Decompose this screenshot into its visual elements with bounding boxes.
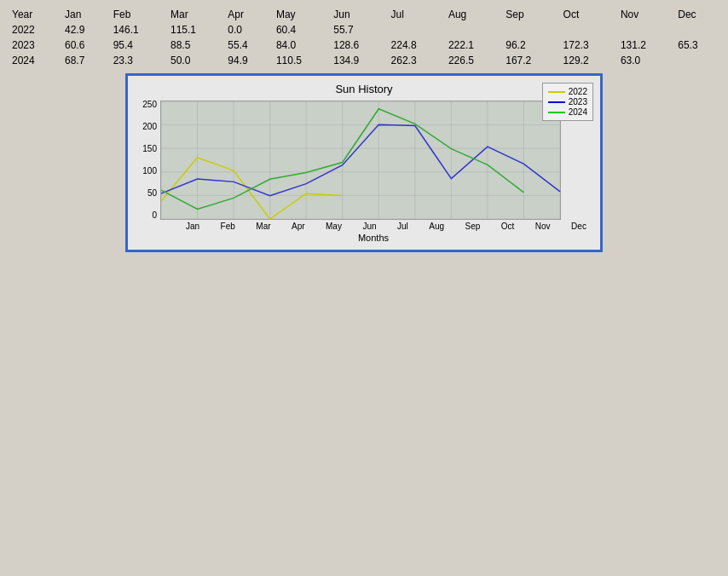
x-axis-label: Aug bbox=[429, 222, 444, 231]
cell-year: 2022 bbox=[7, 22, 60, 37]
cell-value: 224.8 bbox=[386, 37, 443, 53]
x-axis-label: Oct bbox=[501, 222, 515, 231]
cell-value bbox=[386, 22, 443, 37]
cell-year: 2023 bbox=[7, 37, 60, 53]
table-row: 202242.9146.1115.10.060.455.7 bbox=[7, 22, 721, 37]
y-axis-label: 0 bbox=[152, 211, 157, 220]
col-oct: Oct bbox=[558, 7, 615, 22]
x-axis-label: Jul bbox=[397, 222, 408, 231]
cell-value: 0.0 bbox=[222, 22, 271, 37]
x-months-label: Months bbox=[160, 233, 586, 243]
cell-value: 95.4 bbox=[108, 37, 165, 53]
cell-value: 131.2 bbox=[615, 37, 673, 53]
col-year: Year bbox=[7, 7, 60, 22]
x-axis-label: Jun bbox=[362, 222, 376, 231]
col-jan: Jan bbox=[60, 7, 108, 22]
cell-value: 134.9 bbox=[328, 53, 385, 68]
legend-item: 2022 bbox=[548, 87, 587, 96]
chart-title: Sun History bbox=[135, 83, 593, 95]
legend-label: 2023 bbox=[569, 97, 587, 107]
cell-value: 115.1 bbox=[165, 22, 222, 37]
y-axis-label: 150 bbox=[142, 145, 157, 153]
table-row: 202360.695.488.555.484.0128.6224.8222.19… bbox=[7, 37, 721, 53]
cell-value: 60.6 bbox=[60, 37, 108, 53]
cell-value: 128.6 bbox=[328, 37, 385, 53]
chart-container: Sun History 250200150100500 JanFebMarApr… bbox=[125, 73, 603, 252]
cell-value: 65.3 bbox=[673, 37, 721, 53]
table-header-row: Year Jan Feb Mar Apr May Jun Jul Aug Sep… bbox=[7, 7, 721, 22]
x-axis-label: Apr bbox=[292, 222, 305, 231]
col-feb: Feb bbox=[108, 7, 165, 22]
x-axis-label: Dec bbox=[571, 222, 586, 231]
legend-color bbox=[548, 112, 565, 113]
cell-value: 222.1 bbox=[443, 37, 500, 53]
cell-value bbox=[615, 22, 673, 37]
legend-color bbox=[548, 101, 565, 103]
y-axis-label: 200 bbox=[142, 123, 157, 131]
x-axis-label: May bbox=[326, 222, 342, 231]
col-apr: Apr bbox=[222, 7, 271, 22]
y-axis-label: 50 bbox=[147, 189, 157, 198]
y-axis-label: 100 bbox=[142, 167, 157, 176]
cell-value: 50.0 bbox=[165, 53, 222, 68]
x-axis-label: Sep bbox=[465, 222, 481, 231]
x-axis: JanFebMarAprMayJunJulAugSepOctNovDec bbox=[186, 222, 586, 231]
cell-value bbox=[673, 53, 721, 68]
cell-value: 172.3 bbox=[558, 37, 615, 53]
col-may: May bbox=[271, 7, 328, 22]
cell-value: 96.2 bbox=[500, 37, 558, 53]
cell-value: 42.9 bbox=[60, 22, 108, 37]
chart-svg bbox=[161, 101, 560, 219]
cell-value: 262.3 bbox=[386, 53, 443, 68]
data-table: Year Jan Feb Mar Apr May Jun Jul Aug Sep… bbox=[7, 7, 721, 68]
col-dec: Dec bbox=[673, 7, 721, 22]
cell-value: 129.2 bbox=[558, 53, 615, 68]
legend-label: 2024 bbox=[569, 107, 587, 117]
col-jul: Jul bbox=[386, 7, 443, 22]
cell-value: 167.2 bbox=[500, 53, 558, 68]
cell-value: 63.0 bbox=[615, 53, 673, 68]
cell-value: 84.0 bbox=[271, 37, 328, 53]
y-axis-label: 250 bbox=[142, 101, 157, 109]
chart-legend: 202220232024 bbox=[542, 83, 593, 121]
cell-value: 146.1 bbox=[108, 22, 165, 37]
col-jun: Jun bbox=[328, 7, 385, 22]
cell-value: 55.4 bbox=[222, 37, 271, 53]
legend-item: 2024 bbox=[548, 107, 587, 117]
cell-value: 88.5 bbox=[165, 37, 222, 53]
cell-value: 226.5 bbox=[443, 53, 500, 68]
col-sep: Sep bbox=[500, 7, 558, 22]
cell-value bbox=[558, 22, 615, 37]
legend-item: 2023 bbox=[548, 97, 587, 107]
col-nov: Nov bbox=[615, 7, 673, 22]
cell-value: 94.9 bbox=[222, 53, 271, 68]
cell-value: 23.3 bbox=[108, 53, 165, 68]
cell-value bbox=[673, 22, 721, 37]
table-row: 202468.723.350.094.9110.5134.9262.3226.5… bbox=[7, 53, 721, 68]
cell-value: 55.7 bbox=[328, 22, 385, 37]
legend-color bbox=[548, 91, 565, 93]
cell-value: 110.5 bbox=[271, 53, 328, 68]
x-axis-label: Jan bbox=[186, 222, 199, 231]
cell-year: 2024 bbox=[7, 53, 60, 68]
col-aug: Aug bbox=[443, 7, 500, 22]
y-axis: 250200150100500 bbox=[135, 101, 160, 220]
cell-value bbox=[443, 22, 500, 37]
page: Year Jan Feb Mar Apr May Jun Jul Aug Sep… bbox=[0, 0, 728, 576]
cell-value: 68.7 bbox=[60, 53, 108, 68]
x-axis-label: Mar bbox=[256, 222, 270, 231]
col-mar: Mar bbox=[165, 7, 222, 22]
x-axis-label: Feb bbox=[221, 222, 235, 231]
x-axis-label: Nov bbox=[535, 222, 551, 231]
cell-value bbox=[500, 22, 558, 37]
legend-label: 2022 bbox=[569, 87, 587, 96]
cell-value: 60.4 bbox=[271, 22, 328, 37]
chart-plot bbox=[160, 101, 561, 220]
